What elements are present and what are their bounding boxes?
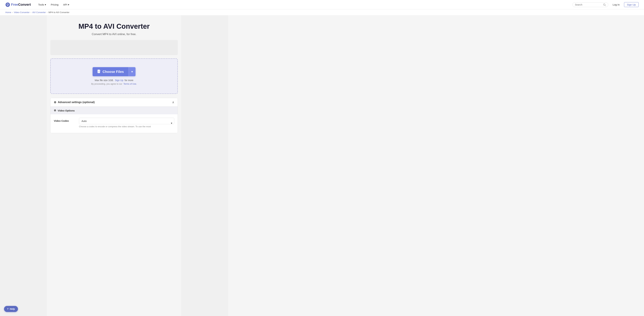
upload-info-text-before: Max file size 1GB. — [95, 79, 114, 82]
search-box[interactable] — [572, 2, 608, 7]
video-codec-select[interactable]: Auto H.264 H.265 MPEG-4 MPEG-2 VP8 VP9 — [79, 118, 174, 124]
upload-box: Choose Files ▾ Max file size 1GB. Sign U… — [50, 59, 178, 94]
svg-line-2 — [605, 5, 606, 6]
main-content: MP4 to AVI Converter Convert MP4 to AVI … — [47, 16, 181, 316]
signup-button[interactable]: Sign Up — [624, 2, 639, 7]
api-chevron-icon: ▾ — [68, 3, 69, 6]
page-layout: MP4 to AVI Converter Convert MP4 to AVI … — [0, 16, 644, 316]
nav-api[interactable]: API ▾ — [61, 2, 71, 8]
settings-body: Video Codec Auto H.264 H.265 MPEG-4 MPEG… — [50, 114, 178, 133]
nav-api-label: API — [63, 3, 67, 6]
video-codec-select-wrap: Auto H.264 H.265 MPEG-4 MPEG-2 VP8 VP9 ▾… — [79, 118, 174, 128]
advanced-settings-title-group: ⚙ Advanced settings (optional) — [54, 101, 95, 104]
login-button[interactable]: Log In — [611, 2, 621, 7]
sidebar-right — [181, 16, 228, 316]
nav-pricing[interactable]: Pricing — [49, 2, 60, 8]
codec-description: Choose a codec to encode or compress the… — [79, 125, 174, 128]
upload-info: Max file size 1GB. Sign Up for more — [56, 79, 172, 82]
sidebar-left — [0, 16, 47, 316]
search-icon — [603, 3, 606, 6]
breadcrumb: Home › Video Converter › AVI Converter ›… — [0, 10, 644, 16]
dropdown-arrow-icon: ▾ — [131, 70, 133, 73]
advanced-settings-gear-icon: ⚙ — [54, 101, 56, 104]
breadcrumb-sep-3: › — [47, 11, 48, 14]
upload-info-text-after: for more — [124, 79, 133, 82]
nav-tools-label: Tools — [38, 3, 44, 6]
choose-files-button-group: Choose Files ▾ — [92, 67, 136, 76]
brand-convert: Convert — [18, 3, 31, 7]
help-icon: ? — [7, 307, 8, 310]
video-codec-label: Video Codec — [54, 118, 76, 122]
terms-text-before: By proceeding, you agree to our — [91, 83, 122, 85]
breadcrumb-sep-1: › — [12, 11, 13, 14]
breadcrumb-current: MP4 to AVI Converter — [48, 11, 70, 14]
brand-logo[interactable]: FreeConvert — [5, 2, 31, 7]
page-title: MP4 to AVI Converter — [50, 22, 178, 31]
upload-terms: By proceeding, you agree to our Terms of… — [56, 83, 172, 85]
video-options-header: ⚙ Video Options — [54, 109, 174, 112]
breadcrumb-video-converter[interactable]: Video Converter — [14, 11, 30, 14]
brand-free: Free — [11, 3, 18, 7]
page-subtitle: Convert MP4 to AVI online, for free. — [50, 33, 178, 36]
ad-banner — [50, 40, 178, 55]
help-label: Help — [10, 307, 15, 310]
choose-files-dropdown-button[interactable]: ▾ — [128, 67, 136, 76]
advanced-settings-title-label: Advanced settings (optional) — [58, 101, 95, 104]
breadcrumb-home[interactable]: Home — [5, 11, 11, 14]
upload-signup-link[interactable]: Sign Up — [115, 79, 123, 82]
choose-files-label: Choose Files — [103, 70, 124, 74]
tools-chevron-icon: ▾ — [45, 3, 46, 6]
nav-links: Tools ▾ Pricing API ▾ — [36, 2, 572, 8]
video-options-section: ⚙ Video Options — [50, 106, 178, 114]
nav-right: Log In Sign Up — [572, 2, 639, 7]
terms-link[interactable]: Terms of Use — [124, 83, 136, 85]
advanced-settings-panel: ⚙ Advanced settings (optional) ∧ ⚙ Video… — [50, 98, 178, 133]
video-options-title: Video Options — [58, 109, 75, 112]
terms-text-after: . — [136, 83, 137, 85]
video-options-gear-icon: ⚙ — [54, 109, 56, 112]
collapse-icon: ∧ — [172, 100, 174, 104]
file-icon — [97, 70, 101, 74]
nav-tools[interactable]: Tools ▾ — [36, 2, 48, 8]
nav-pricing-label: Pricing — [51, 3, 58, 6]
choose-files-button[interactable]: Choose Files — [92, 67, 129, 76]
advanced-settings-toggle[interactable]: ⚙ Advanced settings (optional) ∧ — [50, 98, 178, 106]
svg-point-0 — [6, 3, 10, 7]
brand-icon — [5, 2, 10, 7]
search-input[interactable] — [575, 3, 602, 6]
video-codec-row: Video Codec Auto H.264 H.265 MPEG-4 MPEG… — [54, 118, 174, 128]
breadcrumb-avi-converter[interactable]: AVI Converter — [32, 11, 46, 14]
help-button[interactable]: ? Help — [4, 306, 18, 312]
navbar: FreeConvert Tools ▾ Pricing API ▾ Log In… — [0, 0, 644, 10]
breadcrumb-sep-2: › — [30, 11, 31, 14]
